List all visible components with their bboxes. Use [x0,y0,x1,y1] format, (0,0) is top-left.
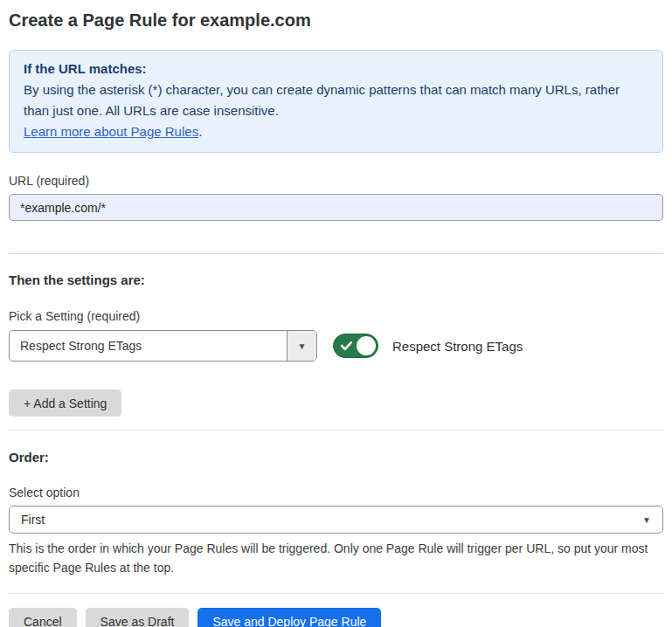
info-box-body: By using the asterisk (*) character, you… [24,79,648,121]
divider [9,430,663,431]
cancel-button[interactable]: Cancel [9,608,77,627]
setting-dropdown-value: Respect Strong ETags [10,331,287,361]
url-match-info-box: If the URL matches: By using the asteris… [9,50,663,153]
save-draft-button[interactable]: Save as Draft [86,608,190,627]
settings-section-heading: Then the settings are: [9,272,663,289]
url-input[interactable] [9,194,663,221]
toggle-knob [357,336,376,355]
learn-more-link[interactable]: Learn more about Page Rules [24,124,198,139]
order-select-label: Select option [9,485,663,500]
footer-actions: Cancel Save as Draft Save and Deploy Pag… [9,608,663,627]
order-help-text: This is the order in which your Page Rul… [9,539,655,577]
check-icon [341,341,352,351]
setting-dropdown[interactable]: Respect Strong ETags ▼ [9,330,317,362]
url-field-label: URL (required) [9,173,663,189]
page-title: Create a Page Rule for example.com [9,9,663,31]
save-deploy-button[interactable]: Save and Deploy Page Rule [197,608,381,627]
setting-toggle[interactable] [333,334,378,358]
chevron-down-icon[interactable]: ▼ [287,331,316,361]
order-section-heading: Order: [9,449,663,466]
setting-toggle-label: Respect Strong ETags [392,339,523,354]
info-box-heading: If the URL matches: [24,59,648,79]
setting-picker-label: Pick a Setting (required) [9,308,663,324]
create-page-rule-form: Create a Page Rule for example.com If th… [0,9,672,627]
divider [9,593,663,594]
divider [9,253,663,254]
order-dropdown-value: First [21,513,45,527]
setting-row: Respect Strong ETags ▼ Respect Strong ET… [9,330,663,362]
order-dropdown[interactable]: First ▼ [9,506,663,534]
info-box-link-line: Learn more about Page Rules. [24,121,648,142]
add-setting-button[interactable]: + Add a Setting [9,389,121,417]
chevron-down-icon: ▼ [642,515,651,525]
link-suffix: . [198,124,202,139]
